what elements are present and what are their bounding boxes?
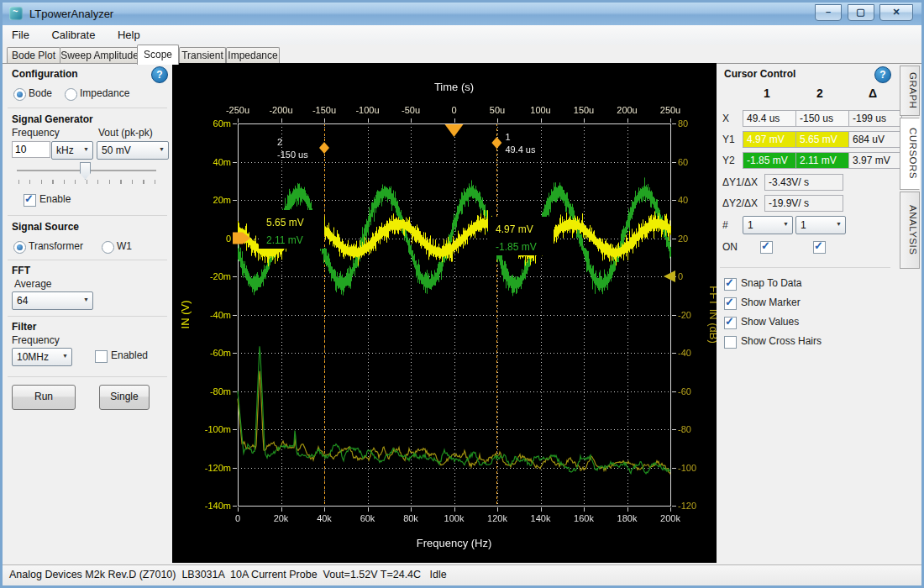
divider	[8, 108, 167, 108]
on-row-label: ON	[722, 241, 738, 253]
enable-checkbox[interactable]	[24, 194, 36, 207]
y2-row-label: Y2	[722, 155, 735, 166]
cursor2-on-checkbox[interactable]	[813, 241, 826, 254]
show-values-checkbox[interactable]	[724, 317, 737, 329]
slider-ticks	[18, 180, 155, 184]
configuration-header: Configuration	[12, 68, 78, 80]
cursor-control-header: Cursor Control	[724, 68, 795, 80]
frequency-slider-thumb[interactable]	[80, 162, 91, 180]
cursor1-x-value: 49.4 us	[743, 110, 796, 127]
delta-y1-value: 684 uV	[848, 131, 902, 148]
divider	[8, 376, 167, 377]
window-title: LTpowerAnalyzer	[29, 8, 113, 20]
signal-generator-header: Signal Generator	[12, 113, 93, 125]
titlebar[interactable]: LTpowerAnalyzer – ▢ ✕	[3, 3, 921, 25]
impedance-radio-label: Impedance	[80, 87, 129, 99]
filter-frequency-select[interactable]: 10MHz	[12, 348, 72, 366]
cursor1-on-checkbox[interactable]	[760, 241, 773, 254]
cursor2-x-value: -150 us	[795, 110, 849, 127]
cursor1-trace-select[interactable]: 1	[743, 216, 793, 234]
average-select[interactable]: 64	[12, 291, 93, 310]
close-button[interactable]: ✕	[879, 4, 913, 21]
single-button[interactable]: Single	[99, 385, 150, 410]
cursor2-column-header: 2	[794, 87, 846, 100]
tab-transient[interactable]: Transient	[179, 47, 226, 63]
w1-radio[interactable]	[102, 241, 114, 254]
side-tab-graph[interactable]: GRAPH	[900, 66, 920, 116]
enable-label: Enable	[39, 193, 71, 205]
snap-to-data-label: Snap To Data	[741, 277, 802, 289]
tabstrip: Bode Plot Sweep Amplitude Scope Transien…	[3, 45, 921, 64]
filter-header: Filter	[12, 321, 36, 333]
dy2dx-label: ΔY2/ΔX	[722, 197, 758, 209]
signal-source-header: Signal Source	[12, 221, 79, 233]
show-marker-label: Show Marker	[741, 297, 801, 308]
cursor-control-help-icon[interactable]: ?	[874, 66, 891, 83]
cursor1-y1-value: 4.97 mV	[743, 131, 796, 148]
impedance-radio[interactable]	[65, 88, 77, 101]
app-icon	[9, 7, 23, 20]
vout-label: Vout (pk-pk)	[98, 127, 153, 139]
status-text: Analog Devices M2k Rev.D (Z7010) LB3031A…	[3, 565, 447, 585]
dy2dx-value: -19.9V/ s	[764, 195, 843, 212]
show-cross-hairs-label: Show Cross Hairs	[741, 335, 822, 347]
cursor2-y1-value: 5.65 mV	[795, 131, 849, 148]
show-marker-checkbox[interactable]	[724, 297, 737, 310]
show-cross-hairs-checkbox[interactable]	[724, 336, 737, 349]
dy1dx-label: ΔY1/ΔX	[722, 176, 758, 188]
cursor1-column-header: 1	[741, 87, 793, 100]
divider	[720, 267, 890, 268]
app-window: LTpowerAnalyzer – ▢ ✕ File Calibrate Hel…	[0, 0, 924, 588]
side-tab-cursors[interactable]: CURSORS	[900, 118, 920, 190]
filter-frequency-label: Frequency	[12, 334, 60, 346]
tab-impedance[interactable]: Impedance	[226, 47, 280, 63]
scope-plot-area	[172, 63, 717, 563]
maximize-button[interactable]: ▢	[848, 4, 874, 21]
main-content: Configuration ? Bode Impedance Signal Ge…	[3, 64, 921, 564]
vout-select[interactable]: 50 mV	[97, 141, 169, 160]
w1-radio-label: W1	[117, 240, 132, 252]
menu-file[interactable]: File	[3, 25, 39, 45]
filter-enabled-label: Enabled	[111, 349, 148, 361]
divider	[8, 215, 167, 216]
delta-y2-value: 3.97 mV	[848, 152, 902, 169]
menubar: File Calibrate Help	[3, 25, 921, 45]
menu-help[interactable]: Help	[108, 25, 150, 45]
side-tabstrip: GRAPH CURSORS ANALYSIS	[900, 66, 920, 564]
status-bar: Analog Devices M2k Rev.D (Z7010) LB3031A…	[3, 564, 921, 585]
show-values-label: Show Values	[741, 316, 799, 328]
filter-enabled-checkbox[interactable]	[95, 350, 108, 363]
tab-scope[interactable]: Scope	[137, 45, 179, 65]
transformer-radio[interactable]	[13, 241, 26, 254]
average-label: Average	[14, 278, 51, 290]
bode-radio-label: Bode	[29, 87, 52, 99]
configuration-help-icon[interactable]: ?	[151, 66, 168, 83]
cursor2-trace-select[interactable]: 1	[795, 216, 846, 234]
frequency-unit-select[interactable]: kHz	[51, 141, 93, 160]
side-tab-analysis[interactable]: ANALYSIS	[900, 192, 920, 269]
left-control-panel: Configuration ? Bode Impedance Signal Ge…	[3, 64, 172, 564]
dy1dx-value: -3.43V/ s	[764, 174, 843, 191]
frequency-input[interactable]	[12, 141, 50, 158]
cursor-control-panel: Cursor Control ? 1 2 Δ X 49.4 us -150 us…	[717, 64, 897, 564]
minimize-button[interactable]: –	[815, 4, 842, 21]
tab-sweep-amplitude[interactable]: Sweep Amplitude	[60, 47, 139, 63]
scope-plot-canvas[interactable]	[172, 63, 717, 563]
delta-x-value: -199 us	[848, 110, 902, 127]
delta-column-header: Δ	[847, 87, 899, 100]
menu-calibrate[interactable]: Calibrate	[42, 25, 104, 45]
divider	[8, 260, 167, 260]
cursor1-y2-value: -1.85 mV	[743, 152, 796, 169]
fft-header: FFT	[12, 265, 30, 276]
y1-row-label: Y1	[722, 134, 735, 145]
run-button[interactable]: Run	[12, 385, 76, 410]
transformer-radio-label: Transformer	[29, 240, 83, 252]
x-row-label: X	[722, 113, 729, 124]
snap-to-data-checkbox[interactable]	[724, 278, 737, 291]
tab-bode-plot[interactable]: Bode Plot	[7, 47, 60, 63]
cursor-number-label: #	[722, 219, 728, 231]
divider	[8, 316, 167, 317]
cursor2-y2-value: 2.11 mV	[795, 152, 849, 169]
frequency-label: Frequency	[12, 127, 60, 139]
bode-radio[interactable]	[13, 88, 26, 101]
